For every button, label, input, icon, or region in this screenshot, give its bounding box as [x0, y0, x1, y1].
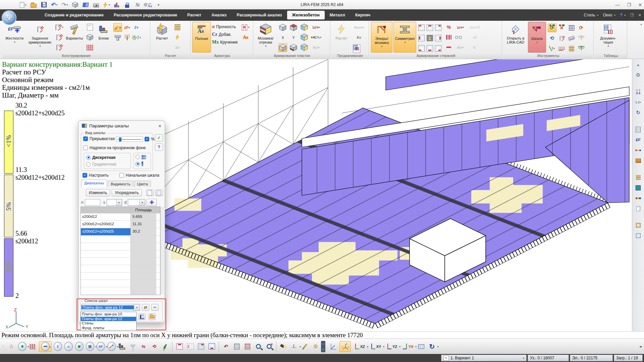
render-icon[interactable]: [634, 221, 643, 229]
t-step-icon[interactable]: t▾: [310, 23, 323, 32]
frame-top-left-icon[interactable]: [418, 24, 425, 31]
eraser-icon[interactable]: [567, 34, 576, 43]
rotate-model-icon[interactable]: ↻: [634, 109, 643, 117]
balance-icon[interactable]: [577, 34, 586, 43]
rebar-scale-icon[interactable]: [557, 34, 566, 43]
variant-selector[interactable]: ✎ 1. Вариант 1 ▾: [441, 355, 527, 361]
apply-button[interactable]: ✓: [155, 134, 163, 141]
lc-button[interactable]: lc: [468, 43, 481, 52]
building-red-icon[interactable]: [243, 341, 252, 352]
symmetry-button[interactable]: Симметрия▾: [393, 22, 416, 53]
select-grid-icon[interactable]: ▦▾: [85, 341, 95, 352]
frame-delete-icon[interactable]: [175, 341, 184, 352]
tee-section-icon[interactable]: [113, 33, 122, 42]
dialog-close-icon[interactable]: ×: [158, 123, 161, 129]
open-scale-icon[interactable]: [148, 313, 156, 320]
masonry-icon[interactable]: [634, 157, 643, 165]
mosaic-button[interactable]: Мозаика/ отрезки▾: [255, 22, 276, 53]
view-yx-icon[interactable]: YX▾: [400, 341, 415, 352]
flag-icon[interactable]: [123, 33, 131, 42]
axes-xyz-icon[interactable]: ZYX: [339, 341, 351, 352]
cube-dark-icon[interactable]: [289, 43, 298, 52]
table-row[interactable]: s200d12+s200d12 11.31: [81, 221, 160, 228]
tab-raschet[interactable]: Расчет: [182, 11, 206, 19]
glasses-icon[interactable]: [454, 33, 463, 42]
vbar-radio[interactable]: [136, 162, 140, 166]
flip-fragment-icon[interactable]: ⇆: [139, 341, 148, 352]
refresh-mosaic-icon[interactable]: ⟳: [548, 23, 556, 32]
view-yz-icon[interactable]: YZ▾: [384, 341, 399, 352]
table-row-empty[interactable]: [81, 243, 160, 250]
frame-red-icon[interactable]: [173, 23, 182, 32]
blocks-button[interactable]: Блоки: [95, 22, 112, 53]
scale-slider[interactable]: [116, 136, 143, 142]
projection-table-icon[interactable]: [417, 341, 426, 352]
table-row-empty[interactable]: [81, 280, 160, 287]
menu-style[interactable]: Стиль▾: [584, 13, 598, 17]
measure-length-icon[interactable]: .L.▾: [289, 341, 299, 352]
frame-delete2-icon[interactable]: [207, 341, 216, 352]
restore-fragment-icon[interactable]: ⟲: [150, 341, 159, 352]
add-range-button[interactable]: ✚: [147, 199, 157, 206]
color-swap-icon[interactable]: ⟳: [577, 23, 586, 32]
select-nodes-icon[interactable]: ▾: [17, 341, 27, 352]
select-elements-icon[interactable]: [28, 341, 38, 352]
torsion-button[interactable]: MxКручение: [212, 40, 240, 45]
fragment-3d-icon[interactable]: [117, 341, 127, 352]
scale-step-icon[interactable]: 1.2▾: [634, 98, 643, 106]
pen-add-icon[interactable]: +: [113, 23, 122, 32]
table-scrollbar[interactable]: [160, 207, 164, 295]
view-xy-icon[interactable]: XY▾: [368, 341, 383, 352]
frame-bottom-left-icon[interactable]: [418, 45, 425, 52]
maximize-button[interactable]: ❐: [627, 2, 631, 7]
h-section-icon[interactable]: ▾: [241, 23, 250, 32]
order-button[interactable]: Упорядочить: [112, 189, 142, 196]
copy-page-icon[interactable]: [146, 189, 154, 196]
comb-curve-icon[interactable]: [557, 44, 566, 53]
texture-icon[interactable]: [634, 184, 643, 192]
check-warning-icon[interactable]: ╲!▾: [548, 44, 556, 53]
documentation-button[interactable]: Докумен- тация▾: [596, 22, 621, 53]
cube-y-icon[interactable]: [289, 23, 298, 32]
frame-sum-icon[interactable]: [427, 35, 433, 41]
frame-right-icon[interactable]: [435, 35, 441, 41]
question-grid-icon[interactable]: [567, 44, 576, 53]
t-bar-icon[interactable]: t▾: [454, 23, 467, 32]
table-row-empty[interactable]: [81, 265, 160, 273]
rebar-column-icon[interactable]: [55, 43, 63, 52]
tab-ranges[interactable]: Диапазоны: [81, 180, 107, 187]
building-icon[interactable]: [232, 341, 241, 352]
rebar-beam-icon[interactable]: [55, 33, 63, 42]
table-row-empty[interactable]: [81, 258, 160, 265]
pan-zoom-icon[interactable]: ▾: [39, 341, 52, 352]
customize-checkbox[interactable]: [83, 173, 87, 178]
strength-button[interactable]: σПрочность: [212, 24, 240, 29]
cube-stripe1-icon[interactable]: [300, 23, 309, 32]
select-horizontal-icon[interactable]: ≡: [64, 341, 73, 352]
frame-top-icon[interactable]: [427, 24, 433, 31]
rebar-add-icon[interactable]: ⫽+: [132, 23, 141, 32]
axes-iso-icon[interactable]: [329, 341, 338, 352]
vd-button[interactable]: νd: [468, 33, 481, 42]
panels-icon[interactable]: [634, 125, 643, 133]
tab-metall[interactable]: Металл: [325, 11, 350, 19]
ip-button[interactable]: iP▾: [123, 23, 131, 32]
discrete-radio[interactable]: [86, 156, 91, 160]
calc-run-button[interactable]: Расчет: [152, 22, 172, 53]
scales-list-item[interactable]: Стены: [81, 321, 136, 326]
settings-gear-icon[interactable]: ⚙: [634, 71, 643, 79]
ribbon-collapse-icon[interactable]: ▴: [640, 22, 642, 26]
swap-scales-icon[interactable]: ⇄: [142, 304, 149, 311]
scales-list-item-selected[interactable]: Плиты фон. арм-ра 12: [81, 317, 136, 321]
fragment-rail-icon[interactable]: [634, 232, 643, 240]
n-input[interactable]: [85, 199, 100, 206]
transparent-labels-checkbox[interactable]: [83, 145, 88, 150]
cut-scale-icon[interactable]: ✂: [151, 304, 159, 311]
ribbon-minimize-icon[interactable]: ❐: [630, 13, 634, 17]
gradient-radio[interactable]: [86, 162, 91, 167]
table-row-empty[interactable]: [81, 250, 160, 258]
help-button[interactable]: ?: [155, 143, 163, 151]
edit-pencil-icon[interactable]: [300, 341, 310, 352]
punching-table-icon[interactable]: [352, 43, 360, 52]
toolbar-gear-icon[interactable]: ⚙: [311, 341, 320, 352]
